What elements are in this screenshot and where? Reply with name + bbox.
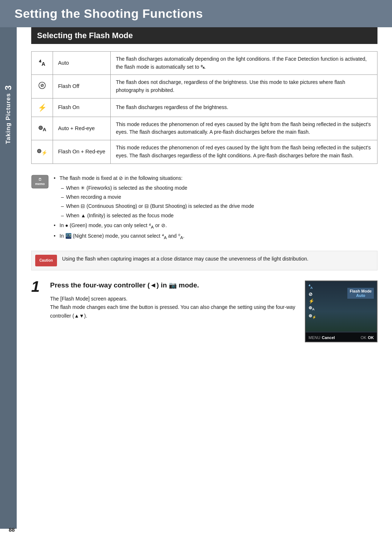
step-title: Press the four-way controller (◄) in 📷 m… — [50, 281, 296, 290]
camera-flash-icons-list: ⁴A ⊘ ⚡ ⊚A ⊚⚡ — [309, 284, 316, 319]
flash-desc-off: The flash does not discharge, regardless… — [111, 75, 377, 98]
camera-ok-section: OK OK — [360, 334, 374, 340]
step-number: 1 — [31, 279, 41, 294]
svg-text:🗒: 🗒 — [38, 178, 42, 181]
step-content: Press the four-way controller (◄) in 📷 m… — [50, 281, 296, 321]
flash-label-auto-redeye: Auto + Red-eye — [53, 117, 111, 140]
svg-rect-2 — [32, 175, 48, 188]
page-title: Setting the Shooting Functions — [15, 7, 377, 21]
memo-bullet-2: In ● (Green) mode, you can only select ⁴… — [54, 221, 377, 231]
svg-text:⊘: ⊘ — [40, 83, 44, 88]
side-tab: 3 Taking Pictures — [0, 27, 17, 529]
camera-flash-icon-off: ⊘ — [309, 292, 316, 297]
caution-box: Caution Using the flash when capturing i… — [31, 251, 377, 270]
camera-menu-section: MENU Cancel — [309, 334, 335, 340]
flash-icon-auto: ⁴A — [32, 52, 53, 75]
camera-screen: ⁴A ⊘ ⚡ ⊚A ⊚⚡ Flash Mode Auto MENU Cancel — [305, 281, 377, 342]
main-content: Selecting the Flash Mode ⁴A Auto The fla… — [17, 27, 392, 529]
side-tab-number: 3 — [3, 85, 13, 90]
list-item: When ✳ (Fireworks) is selected as the sh… — [61, 184, 377, 192]
camera-bottom-bar: MENU Cancel OK OK — [306, 333, 377, 342]
flash-icon-on: ⚡ — [32, 98, 53, 117]
flash-off-svg-icon: ⊘ — [38, 81, 46, 89]
main-title-bar: Setting the Shooting Functions — [0, 0, 392, 27]
section-title: Selecting the Flash Mode — [37, 31, 133, 40]
camera-flash-icon-on-redeye: ⊚⚡ — [309, 314, 316, 319]
memo-bullet-3: In 🌃 (Night Scene) mode, you cannot sele… — [54, 232, 377, 241]
flash-icon-on-redeye: ⊚⚡ — [32, 140, 53, 164]
flash-label-on: Flash On — [53, 98, 111, 117]
flash-label-auto: Auto — [53, 52, 111, 75]
page-number: 88 — [9, 527, 15, 533]
memo-box: 🗒 memo The flash mode is fixed at ⊘ in t… — [31, 174, 377, 243]
section-header: Selecting the Flash Mode — [31, 27, 377, 44]
memo-content: The flash mode is fixed at ⊘ in the foll… — [54, 174, 377, 243]
flash-label-off: Flash Off — [53, 75, 111, 98]
flash-desc-auto: The flash discharges automatically depen… — [111, 52, 377, 75]
memo-bullet-1: The flash mode is fixed at ⊘ in the foll… — [54, 174, 377, 183]
camera-flash-mode-label: Flash Mode Auto — [347, 288, 374, 299]
camera-flash-icon-auto-redeye: ⊚A — [309, 306, 316, 311]
flash-icon-auto-redeye: ⊚A — [32, 117, 53, 140]
table-row: ⊘ Flash Off The flash does not discharge… — [32, 75, 377, 98]
list-item: When ⊟ (Continuous Shooting) or ⊟ (Burst… — [61, 202, 377, 210]
caution-content: Using the flash when capturing images at… — [62, 255, 309, 263]
table-row: ⚡ Flash On The flash discharges regardle… — [32, 98, 377, 117]
step-desc-line1: The [Flash Mode] screen appears. — [50, 295, 296, 303]
flash-desc-on: The flash discharges regardless of the b… — [111, 98, 377, 117]
flash-desc-on-redeye: This mode reduces the phenomenon of red … — [111, 140, 377, 164]
table-row: ⊚⚡ Flash On + Red-eye This mode reduces … — [32, 140, 377, 164]
table-row: ⊚A Auto + Red-eye This mode reduces the … — [32, 117, 377, 140]
svg-text:memo: memo — [35, 182, 45, 186]
memo-svg-icon: 🗒 memo — [31, 175, 49, 189]
content-wrapper: 3 Taking Pictures Selecting the Flash Mo… — [0, 27, 392, 529]
flash-desc-auto-redeye: This mode reduces the phenomenon of red … — [111, 117, 377, 140]
list-item: When ▲ (Infinity) is selected as the foc… — [61, 211, 377, 220]
step-section: 1 Press the four-way controller (◄) in 📷… — [31, 281, 377, 342]
step-description: The [Flash Mode] screen appears. The fla… — [50, 295, 296, 321]
memo-sub-list: When ✳ (Fireworks) is selected as the sh… — [61, 184, 377, 219]
step-desc-line2: The flash mode changes each time the but… — [50, 303, 296, 321]
flash-mode-table: ⁴A Auto The flash discharges automatical… — [31, 51, 377, 164]
camera-flash-icon-auto: ⁴A — [309, 284, 316, 290]
table-row: ⁴A Auto The flash discharges automatical… — [32, 52, 377, 75]
camera-flash-icon-on: ⚡ — [309, 299, 316, 303]
memo-icon: 🗒 memo — [31, 175, 49, 190]
flash-icon-off: ⊘ — [32, 75, 53, 98]
flash-label-on-redeye: Flash On + Red-eye — [53, 140, 111, 164]
list-item: When recording a movie — [61, 193, 377, 201]
side-tab-text: Taking Pictures — [5, 93, 12, 144]
caution-icon: Caution — [35, 255, 57, 266]
